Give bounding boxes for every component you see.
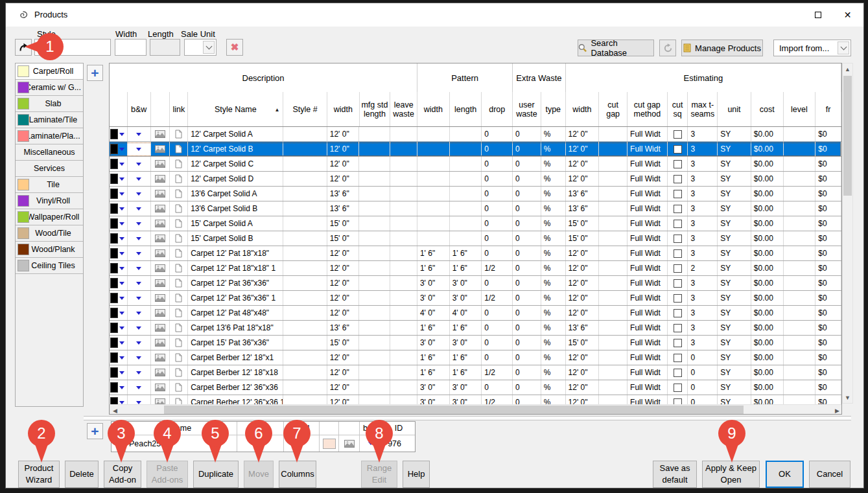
table-cell[interactable] <box>599 261 628 275</box>
table-cell[interactable]: Carpet 12' Pat 36"x36" 1 <box>188 291 283 305</box>
table-cell[interactable]: Full Widt <box>628 395 668 404</box>
table-cell[interactable] <box>784 276 816 290</box>
table-cell[interactable] <box>390 201 417 216</box>
table-cell[interactable]: 0 <box>482 306 513 320</box>
table-cell[interactable] <box>128 336 151 350</box>
column-header-leave-waste[interactable]: leave waste <box>390 92 417 126</box>
table-cell[interactable]: 3' 0" <box>450 336 482 350</box>
table-cell[interactable] <box>283 172 327 186</box>
sidebar-item-wallpaper-roll[interactable]: Wallpaper/Roll <box>16 209 83 225</box>
table-cell[interactable]: % <box>541 336 566 350</box>
table-cell[interactable]: 0 <box>482 187 513 201</box>
table-cell[interactable]: 3' 0" <box>450 276 482 290</box>
table-cell[interactable]: 3' 0" <box>417 276 450 290</box>
table-cell[interactable]: Carpet Berber 12' 36"x36 <box>188 380 283 395</box>
column-header-cost[interactable]: cost <box>751 92 784 126</box>
table-cell[interactable] <box>784 187 816 201</box>
table-cell[interactable]: Carpet Berber 12' 18"x1 <box>188 350 283 365</box>
table-cell[interactable] <box>359 246 390 260</box>
table-cell[interactable]: $0.00 <box>751 127 784 141</box>
table-cell[interactable]: % <box>541 187 566 201</box>
table-cell[interactable] <box>283 231 327 246</box>
add-category-button[interactable]: + <box>87 65 103 81</box>
table-cell[interactable]: $0 <box>815 172 841 186</box>
table-cell[interactable] <box>170 157 188 171</box>
table-cell[interactable]: SY <box>718 231 751 246</box>
table-cell[interactable]: 12' 0" <box>566 350 600 365</box>
product-wizard-button[interactable]: Product Wizard <box>18 461 60 488</box>
column-header-blank-2[interactable] <box>151 92 170 126</box>
table-cell[interactable]: 13' 6" <box>566 187 600 201</box>
table-cell[interactable]: 0 <box>482 380 513 395</box>
table-cell[interactable]: 12' 0" <box>566 142 600 156</box>
table-cell[interactable]: 12' 0" <box>566 261 600 275</box>
table-cell[interactable] <box>450 216 482 231</box>
table-cell[interactable] <box>110 336 128 350</box>
table-cell[interactable] <box>668 157 688 171</box>
table-cell[interactable]: 0 <box>513 142 541 156</box>
table-cell[interactable]: 12' 0" <box>566 127 600 141</box>
table-cell[interactable] <box>668 216 688 231</box>
table-cell[interactable]: $0 <box>815 321 841 335</box>
table-cell[interactable] <box>668 246 688 260</box>
column-header-style-#[interactable]: Style # <box>283 92 327 126</box>
table-cell[interactable]: 12' 0" <box>327 395 360 404</box>
table-cell[interactable]: Carpet Berber 12' 36"x36 1 <box>188 395 283 404</box>
column-header-mfg-std-length[interactable]: mfg std length <box>360 92 391 126</box>
table-cell[interactable] <box>784 380 816 395</box>
column-header-level[interactable]: level <box>784 92 816 126</box>
table-cell[interactable]: 0 <box>482 157 513 171</box>
table-cell[interactable] <box>390 261 417 275</box>
table-cell[interactable] <box>128 350 151 365</box>
table-cell[interactable] <box>668 336 688 350</box>
table-cell[interactable]: $0.00 <box>751 216 784 231</box>
table-cell[interactable]: Full Widt <box>628 291 668 305</box>
table-cell[interactable] <box>359 291 390 305</box>
cut-sq-checkbox[interactable] <box>674 309 682 317</box>
table-cell[interactable]: % <box>541 365 566 380</box>
table-cell[interactable]: 13' 6" <box>327 321 360 335</box>
ok-button[interactable]: OK <box>766 461 804 488</box>
table-row[interactable]: Carpet 12' Pat 18"x18"12' 0"1' 6"1' 6"00… <box>110 246 841 261</box>
maximize-button[interactable] <box>803 3 832 27</box>
table-cell[interactable]: 12' 0" <box>566 380 600 395</box>
table-cell[interactable]: $0 <box>815 350 841 365</box>
table-cell[interactable]: SY <box>718 291 751 305</box>
scroll-left-icon[interactable]: ◀ <box>110 406 120 415</box>
table-cell[interactable]: % <box>541 291 566 305</box>
table-cell[interactable]: 1/2 <box>482 261 513 275</box>
image-cell[interactable] <box>339 435 360 452</box>
table-cell[interactable] <box>359 365 390 380</box>
table-row[interactable]: 13'6 Carpet Solid A13' 6"00%13' 6"Full W… <box>110 187 841 201</box>
table-cell[interactable] <box>283 321 327 335</box>
table-cell[interactable] <box>359 276 390 290</box>
table-cell[interactable] <box>599 321 628 335</box>
table-cell[interactable]: 3' 0" <box>417 336 450 350</box>
table-cell[interactable]: 1' 6" <box>417 321 450 335</box>
table-cell[interactable] <box>283 187 327 201</box>
table-cell[interactable] <box>110 306 128 320</box>
table-cell[interactable]: 1' 6" <box>417 365 450 380</box>
sale-unit-select[interactable] <box>184 39 217 56</box>
table-cell[interactable]: 12' 0" <box>566 395 600 404</box>
table-cell[interactable] <box>283 216 327 231</box>
table-cell[interactable] <box>283 142 327 156</box>
table-row[interactable]: Carpet 15' Pat 36"x36"15' 0"3' 0"3' 0"00… <box>110 336 841 350</box>
table-cell[interactable]: $0.00 <box>751 157 784 171</box>
table-cell[interactable]: $0.00 <box>751 380 784 395</box>
table-cell[interactable] <box>170 306 188 320</box>
table-cell[interactable] <box>359 231 390 246</box>
table-cell[interactable] <box>283 276 327 290</box>
table-cell[interactable] <box>151 276 170 290</box>
table-cell[interactable]: SY <box>718 142 751 156</box>
table-cell[interactable] <box>450 142 482 156</box>
horizontal-scroll-thumb[interactable] <box>164 406 744 414</box>
table-cell[interactable] <box>170 216 188 231</box>
table-cell[interactable]: 0 <box>482 350 513 365</box>
table-cell[interactable]: % <box>541 201 566 216</box>
table-cell[interactable]: 0 <box>513 172 541 186</box>
column-header-user-waste[interactable]: user waste <box>513 92 541 126</box>
column-header-fr[interactable]: fr <box>815 92 841 126</box>
table-cell[interactable]: Full Widt <box>628 142 668 156</box>
swatch-cell[interactable] <box>320 435 340 452</box>
